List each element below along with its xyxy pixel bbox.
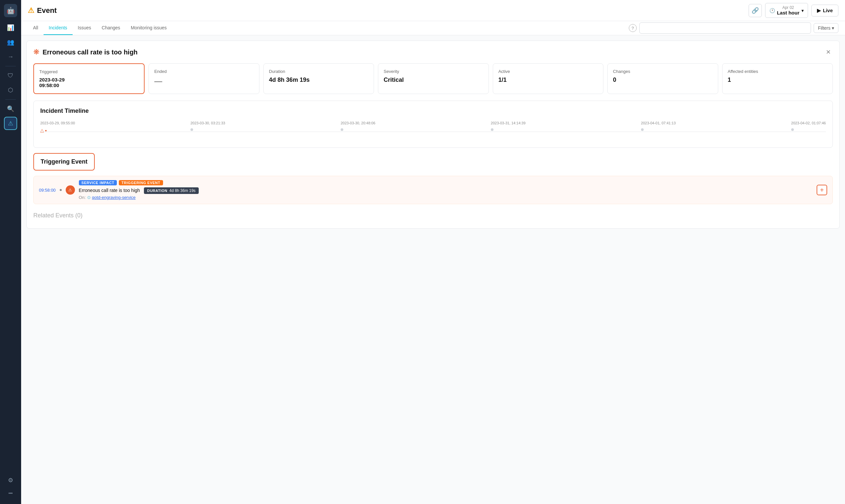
timeline-dot-1 <box>191 128 193 131</box>
layers-icon: ⬡ <box>8 86 13 94</box>
sidebar-item-login[interactable]: → <box>4 50 17 63</box>
sidebar-item-dashboard[interactable]: 📊 <box>4 21 17 34</box>
changes-value: 0 <box>613 76 712 84</box>
sidebar-item-layers[interactable]: ⬡ <box>4 84 17 97</box>
timeline-time-5: 2023-04-02, 01:07:46 <box>791 121 826 125</box>
stat-active: Active 1/1 <box>493 63 603 94</box>
login-icon: → <box>7 53 14 60</box>
warning-icon: ⚠ <box>28 6 34 15</box>
service-link[interactable]: qotd-engraving-service <box>92 195 136 200</box>
active-value: 1/1 <box>498 76 598 84</box>
filters-button[interactable]: Filters ▾ <box>814 23 839 33</box>
triggering-event-badge: TRIGGERING EVENT <box>119 180 163 185</box>
badge-row: SERVICE IMPACT TRIGGERING EVENT <box>79 180 813 185</box>
sidebar-item-users[interactable]: 👥 <box>4 36 17 49</box>
stat-changes: Changes 0 <box>608 63 718 94</box>
play-icon: ▶ <box>817 7 821 14</box>
event-row: 09:58:00 ⚠ SERVICE IMPACT TRIGGERING EVE… <box>33 176 833 204</box>
timeline-dot-3 <box>491 128 493 131</box>
live-button[interactable]: ▶ Live <box>811 5 839 17</box>
triggering-event-section: Triggering Event 09:58:00 ⚠ SERVICE IMPA… <box>33 153 833 204</box>
stats-row: Triggered 2023-03-29 09:58:00 Ended — Du… <box>33 63 833 94</box>
help-icon[interactable]: ? <box>629 24 637 32</box>
timeline-dot-5 <box>791 128 794 131</box>
stat-duration: Duration 4d 8h 36m 19s <box>263 63 374 94</box>
severity-label: Severity <box>384 69 483 74</box>
main-content: ⚠ Event 🔗 🕐 Apr 02 Last hour ▾ ▶ Live Al… <box>21 0 845 504</box>
triggered-value: 2023-03-29 09:58:00 <box>39 77 139 88</box>
related-events-title: Related Events (0) <box>33 210 833 222</box>
active-label: Active <box>498 69 598 74</box>
timeline-title: Incident Timeline <box>40 108 826 114</box>
changes-label: Changes <box>613 69 712 74</box>
timeline-track: 2023-03-29, 09:55:00 △ ● 2023-03-30, 03:… <box>40 121 826 141</box>
duration-badge: DURATION 4d 8h 36m 19s <box>144 187 199 194</box>
affected-value: 1 <box>728 76 827 84</box>
sidebar-divider <box>5 66 16 66</box>
live-label: Live <box>823 7 833 13</box>
users-icon: 👥 <box>7 39 14 46</box>
dashboard-icon: 📊 <box>7 24 14 31</box>
stat-severity: Severity Critical <box>378 63 489 94</box>
header: ⚠ Event 🔗 🕐 Apr 02 Last hour ▾ ▶ Live <box>21 0 845 21</box>
timeline-time-1: 2023-03-30, 03:21:33 <box>191 121 225 125</box>
timeline-point-1: 2023-03-30, 03:21:33 <box>191 121 225 133</box>
tabs-bar: All Incidents Issues Changes Monitoring … <box>21 21 845 35</box>
timeline-point-0: 2023-03-29, 09:55:00 △ ● <box>40 121 75 133</box>
sidebar-item-search[interactable]: 🔍 <box>4 102 17 115</box>
ended-value: — <box>154 76 253 86</box>
tab-issues[interactable]: Issues <box>73 21 96 35</box>
duration-label: Duration <box>269 69 368 74</box>
incident-timeline-section: Incident Timeline 2023-03-29, 09:55:00 △… <box>33 101 833 148</box>
chevron-down-icon: ▾ <box>802 8 804 13</box>
tab-all[interactable]: All <box>28 21 43 35</box>
more-icon: ••• <box>8 491 13 496</box>
add-button[interactable]: + <box>816 185 827 195</box>
incident-header: ❋ Erroneous call rate is too high ✕ <box>33 48 833 57</box>
event-on: On: ⊙ qotd-engraving-service <box>79 195 813 200</box>
timeline-point-2: 2023-03-30, 20:48:06 <box>341 121 375 133</box>
ended-label: Ended <box>154 69 253 74</box>
settings-icon: ⚙ <box>8 476 13 484</box>
event-time-link[interactable]: 09:58:00 <box>39 188 56 193</box>
sidebar-item-settings[interactable]: ⚙ <box>4 474 17 487</box>
shield-icon: 🛡 <box>7 72 14 79</box>
sidebar-item-more[interactable]: ••• <box>4 487 17 500</box>
logo-icon: 🤖 <box>6 6 15 15</box>
timeline-time-2: 2023-03-30, 20:48:06 <box>341 121 375 125</box>
sidebar-logo[interactable]: 🤖 <box>4 4 17 17</box>
event-dot <box>60 189 62 191</box>
stat-ended: Ended — <box>148 63 259 94</box>
timeline-point-4: 2023-04-01, 07:41:13 <box>641 121 676 133</box>
close-button[interactable]: ✕ <box>824 48 833 57</box>
date-display: Apr 02 Last hour <box>777 5 799 16</box>
date-range-button[interactable]: 🕐 Apr 02 Last hour ▾ <box>765 3 808 18</box>
link-button[interactable]: 🔗 <box>749 4 762 17</box>
timeline-marker-0: △ ● <box>40 128 47 133</box>
duration-badge-value: 4d 8h 36m 19s <box>169 188 195 193</box>
incident-title: Erroneous call rate is too high <box>42 49 820 56</box>
alert-icon: ⚠ <box>8 120 13 127</box>
timeline-point-3: 2023-03-31, 14:14:39 <box>491 121 526 133</box>
search-input[interactable] <box>639 22 811 34</box>
timeline-point-5: 2023-04-02, 01:07:46 <box>791 121 826 133</box>
sidebar-item-shield[interactable]: 🛡 <box>4 69 17 82</box>
timeline-time-4: 2023-04-01, 07:41:13 <box>641 121 676 125</box>
duration-badge-label: DURATION <box>147 189 168 193</box>
tab-changes[interactable]: Changes <box>96 21 125 35</box>
tab-incidents[interactable]: Incidents <box>43 21 73 35</box>
page-title: Event <box>37 6 57 15</box>
tab-monitoring[interactable]: Monitoring issues <box>125 21 172 35</box>
timeline-dot-2 <box>341 128 343 131</box>
content-area: ❋ Erroneous call rate is too high ✕ Trig… <box>21 35 845 504</box>
event-severity-badge: ⚠ <box>66 185 75 195</box>
chevron-down-icon: ▾ <box>832 25 834 31</box>
sidebar-item-alert[interactable]: ⚠ <box>4 117 17 130</box>
header-controls: 🔗 🕐 Apr 02 Last hour ▾ ▶ Live <box>749 3 839 18</box>
service-impact-badge: SERVICE IMPACT <box>79 180 117 185</box>
page-title-area: ⚠ Event <box>28 6 745 15</box>
date-value: Last hour <box>777 10 799 16</box>
search-icon: 🔍 <box>7 105 14 112</box>
filter-label: Filters <box>818 25 830 31</box>
severity-icon: ⚠ <box>68 188 72 192</box>
